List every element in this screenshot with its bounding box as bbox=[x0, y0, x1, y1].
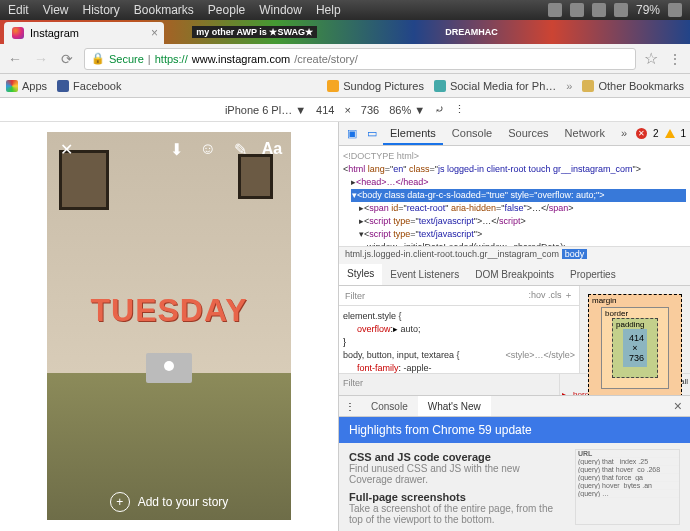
device-height[interactable]: 736 bbox=[361, 104, 379, 116]
reload-button[interactable]: ⟳ bbox=[58, 50, 76, 68]
chrome-toolbar: ← → ⟳ 🔒 Secure | https://www.instagram.c… bbox=[0, 44, 690, 74]
device-mode-icon[interactable]: ▭ bbox=[363, 125, 381, 143]
chrome-tab-strip: my other AWP is ★SWAG★ DREAMHAC Instagra… bbox=[0, 20, 690, 44]
instagram-icon bbox=[12, 27, 24, 39]
other-bookmarks[interactable]: Other Bookmarks bbox=[582, 80, 684, 92]
lock-icon: 🔒 bbox=[91, 52, 105, 65]
box-model[interactable]: margin border padding 414 × 736 bbox=[580, 286, 690, 373]
menu-window[interactable]: Window bbox=[259, 3, 302, 17]
browser-tab[interactable]: Instagram × bbox=[4, 22, 164, 44]
back-button[interactable]: ← bbox=[6, 50, 24, 68]
error-icon[interactable]: ✕ bbox=[636, 128, 647, 139]
coverage-preview-table: URL (query) that _index .25 (query) that… bbox=[575, 449, 680, 525]
chevron-down-icon: ▼ bbox=[295, 104, 306, 116]
download-icon[interactable]: ⬇ bbox=[167, 140, 185, 158]
dom-tree[interactable]: <!DOCTYPE html> <html lang="en" class="j… bbox=[339, 146, 690, 246]
chrome-menu-icon[interactable]: ⋮ bbox=[666, 50, 684, 68]
chevron-down-icon: ▼ bbox=[414, 104, 425, 116]
tab-network[interactable]: Network bbox=[558, 122, 612, 145]
bookmark-facebook[interactable]: Facebook bbox=[57, 80, 121, 92]
subtab-event-listeners[interactable]: Event Listeners bbox=[382, 264, 467, 285]
more-icon[interactable]: ⋮ bbox=[454, 103, 465, 116]
tab-title: Instagram bbox=[30, 27, 79, 39]
styles-filter-input[interactable]: Filter bbox=[345, 291, 365, 301]
laptop-graphic bbox=[146, 353, 192, 383]
secure-label: Secure bbox=[109, 53, 144, 65]
drawer-close-icon[interactable]: × bbox=[674, 398, 682, 414]
address-bar[interactable]: 🔒 Secure | https://www.instagram.com/cre… bbox=[84, 48, 636, 70]
wifi-icon[interactable] bbox=[614, 3, 628, 17]
error-count: 2 bbox=[653, 128, 659, 139]
dom-breadcrumb[interactable]: html.js.logged-in.client-root.touch.gr__… bbox=[339, 246, 690, 264]
warning-count: 1 bbox=[681, 128, 687, 139]
warning-icon[interactable] bbox=[665, 129, 675, 138]
battery-icon[interactable] bbox=[668, 3, 682, 17]
bookmark-social[interactable]: Social Media for Ph… bbox=[434, 80, 556, 92]
device-selector[interactable]: iPhone 6 Pl…▼ bbox=[225, 104, 306, 116]
bookmarks-bar: Apps Facebook Sundog Pictures Social Med… bbox=[0, 74, 690, 98]
inspect-icon[interactable]: ▣ bbox=[343, 125, 361, 143]
tab-sources[interactable]: Sources bbox=[501, 122, 555, 145]
device-width[interactable]: 414 bbox=[316, 104, 334, 116]
drawer-tab-whatsnew[interactable]: What's New bbox=[418, 396, 491, 416]
story-editor: ✕ ⬇ ☺ ✎ Aa TUESDAY + Add to your story bbox=[47, 132, 291, 520]
drawer-tab-console[interactable]: Console bbox=[361, 396, 418, 416]
new-rule-icon[interactable]: ＋ bbox=[564, 290, 573, 300]
story-text-overlay[interactable]: TUESDAY bbox=[47, 292, 291, 329]
add-to-story-button[interactable]: + Add to your story bbox=[47, 492, 291, 512]
tray-icon[interactable] bbox=[548, 3, 562, 17]
subtab-styles[interactable]: Styles bbox=[339, 264, 382, 285]
device-toolbar: iPhone 6 Pl…▼ 414 × 736 86%▼ ⤾ ⋮ bbox=[0, 98, 690, 122]
sticker-icon[interactable]: ☺ bbox=[199, 140, 217, 158]
draw-icon[interactable]: ✎ bbox=[231, 140, 249, 158]
devtools-panel: ▣ ▭ Elements Console Sources Network » ✕… bbox=[338, 122, 690, 531]
menu-view[interactable]: View bbox=[43, 3, 69, 17]
add-icon: + bbox=[110, 492, 130, 512]
facebook-icon bbox=[57, 80, 69, 92]
rotate-icon[interactable]: ⤾ bbox=[435, 103, 444, 116]
close-tab-icon[interactable]: × bbox=[151, 26, 158, 40]
zoom-selector[interactable]: 86%▼ bbox=[389, 104, 425, 116]
battery-label: 79% bbox=[636, 3, 660, 17]
tab-console[interactable]: Console bbox=[445, 122, 499, 145]
dropbox-icon[interactable] bbox=[592, 3, 606, 17]
apps-icon bbox=[6, 80, 18, 92]
close-icon[interactable]: ✕ bbox=[57, 140, 75, 158]
menu-help[interactable]: Help bbox=[316, 3, 341, 17]
hov-toggle[interactable]: :hov bbox=[528, 290, 545, 300]
bookmark-star-icon[interactable]: ☆ bbox=[644, 49, 658, 68]
forward-button: → bbox=[32, 50, 50, 68]
tabs-overflow[interactable]: » bbox=[614, 122, 634, 145]
apps-button[interactable]: Apps bbox=[6, 80, 47, 92]
whatsnew-headline: Highlights from Chrome 59 update bbox=[339, 417, 690, 443]
computed-filter-input[interactable]: Filter bbox=[343, 378, 363, 388]
menu-history[interactable]: History bbox=[82, 3, 119, 17]
menu-bookmarks[interactable]: Bookmarks bbox=[134, 3, 194, 17]
bookmark-sundog[interactable]: Sundog Pictures bbox=[327, 80, 424, 92]
social-icon bbox=[434, 80, 446, 92]
sundog-icon bbox=[327, 80, 339, 92]
mac-menu-bar: Edit View History Bookmarks People Windo… bbox=[0, 0, 690, 20]
styles-pane[interactable]: Filter :hov .cls ＋ element.style { overf… bbox=[339, 286, 580, 373]
tray-icon[interactable] bbox=[570, 3, 584, 17]
menu-edit[interactable]: Edit bbox=[8, 3, 29, 17]
whatsnew-body: CSS and JS code coverage Find unused CSS… bbox=[339, 443, 690, 531]
drawer-menu-icon[interactable]: ⋮ bbox=[339, 401, 361, 412]
subtab-dom-breakpoints[interactable]: DOM Breakpoints bbox=[467, 264, 562, 285]
subtab-properties[interactable]: Properties bbox=[562, 264, 624, 285]
menu-people[interactable]: People bbox=[208, 3, 245, 17]
tab-elements[interactable]: Elements bbox=[383, 122, 443, 145]
page-viewport: ✕ ⬇ ☺ ✎ Aa TUESDAY + Add to your story bbox=[0, 122, 338, 531]
text-icon[interactable]: Aa bbox=[263, 140, 281, 158]
cls-toggle[interactable]: .cls bbox=[548, 290, 562, 300]
folder-icon bbox=[582, 80, 594, 92]
